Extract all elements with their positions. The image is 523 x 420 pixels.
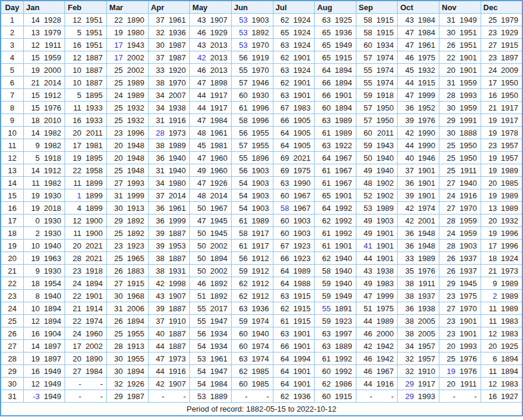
record-year: 1903: [374, 214, 398, 227]
record-value-link[interactable]: 53: [231, 39, 248, 51]
record-value-link[interactable]: 19: [439, 365, 457, 378]
record-value: 64: [315, 152, 332, 164]
record-value: 64: [273, 365, 290, 378]
record-value: 34: [148, 89, 165, 102]
record-year: 1903: [249, 164, 273, 177]
record-year: 1910: [415, 365, 439, 378]
record-value: 25: [439, 139, 457, 152]
record-year: 1901: [457, 51, 481, 64]
record-value: 60: [315, 365, 332, 378]
record-value-link[interactable]: 55: [315, 302, 332, 315]
record-year: 1950: [457, 139, 481, 152]
record-value: 64: [315, 202, 332, 214]
record-year: 1926: [124, 378, 148, 390]
record-value: 39: [148, 240, 165, 252]
record-value: 55: [356, 64, 373, 76]
record-value: 56: [190, 327, 207, 340]
record-year: 1945: [207, 227, 231, 240]
record-value-link[interactable]: 2: [481, 290, 498, 302]
record-value: -: [65, 378, 82, 390]
record-year: 1983: [498, 378, 522, 390]
record-year: 1892: [249, 26, 273, 39]
record-value: 26: [439, 252, 457, 265]
record-value-link[interactable]: 29: [398, 390, 415, 403]
record-year: 2013: [207, 64, 231, 76]
record-value-link[interactable]: 53: [231, 14, 248, 26]
record-year: 1951: [457, 39, 481, 51]
record-value: 11: [481, 365, 498, 378]
record-value: 30: [107, 290, 124, 302]
record-year: 1923: [290, 240, 314, 252]
record-year: 1930: [41, 265, 65, 277]
record-value: 48: [190, 189, 207, 202]
record-year: 1943: [124, 39, 148, 51]
record-year: 1901: [415, 177, 439, 189]
record-value: 38: [148, 252, 165, 265]
record-year: 1925: [332, 14, 356, 26]
record-value: 46: [356, 352, 373, 365]
record-value: 55: [231, 64, 248, 76]
record-value: 64: [273, 265, 290, 277]
record-value-link[interactable]: 28: [148, 127, 165, 139]
record-year: 1985: [249, 378, 273, 390]
record-year: 1918: [82, 265, 106, 277]
record-value-link[interactable]: 1: [65, 189, 82, 202]
record-year: 1947: [207, 365, 231, 378]
record-year: 1938: [415, 302, 439, 315]
record-year: 1940: [332, 265, 356, 277]
record-value: 44: [356, 315, 373, 327]
record-value: 22: [107, 14, 124, 26]
record-year: 1989: [124, 76, 148, 89]
record-year: 1942: [374, 340, 398, 352]
record-year: 1938: [165, 102, 189, 114]
record-year: 1888: [457, 127, 481, 139]
record-value: 66: [315, 89, 332, 102]
record-value: 42: [356, 340, 373, 352]
record-year: 1913: [124, 340, 148, 352]
record-value: 19: [23, 352, 41, 365]
record-value: 65: [273, 26, 290, 39]
record-value: 62: [231, 277, 248, 290]
record-year: 1912: [249, 265, 273, 277]
record-value: 27: [439, 202, 457, 214]
table-row: 31-31949--291987--531889--621936601915--…: [1, 390, 522, 403]
record-year: 1924: [290, 64, 314, 76]
record-year: 1917: [498, 102, 522, 114]
record-year: 1967: [290, 202, 314, 214]
record-year: 1900: [82, 214, 106, 227]
record-value: 28: [439, 214, 457, 227]
record-value: 21: [481, 102, 498, 114]
table-row: 2916194927198430189444191654194762198564…: [1, 365, 522, 378]
record-value: 30: [439, 127, 457, 139]
day-cell: 13: [1, 164, 23, 177]
record-value-link[interactable]: 58: [273, 202, 290, 214]
record-value: 65: [315, 51, 332, 64]
record-value-link[interactable]: 17: [107, 39, 124, 51]
record-value-link[interactable]: 29: [398, 378, 415, 390]
record-value-link[interactable]: -3: [23, 390, 41, 403]
record-value-link[interactable]: 41: [356, 240, 373, 252]
record-value: 44: [356, 252, 373, 265]
record-value: 63: [315, 340, 332, 352]
record-year: 1902: [374, 177, 398, 189]
record-value: 23: [107, 240, 124, 252]
record-value-link[interactable]: 17: [107, 51, 124, 64]
record-year: 1955: [124, 327, 148, 340]
record-value: 60: [231, 89, 248, 102]
record-value: 60: [273, 227, 290, 240]
record-year: 1979: [41, 26, 65, 39]
record-year: 1949: [457, 14, 481, 26]
record-value: 27: [439, 302, 457, 315]
record-year: 1983: [498, 315, 522, 327]
record-value: 22: [439, 51, 457, 64]
record-year: 2005: [415, 315, 439, 327]
table-row: 8151976111933251932341938441917611996671…: [1, 102, 522, 114]
record-year: 1887: [165, 340, 189, 352]
record-value: 36: [398, 227, 415, 240]
table-row: 2019196328202125196538188750189456191266…: [1, 252, 522, 265]
day-cell: 31: [1, 390, 23, 403]
record-value-link[interactable]: 42: [190, 51, 207, 64]
column-header-sep: Sep: [356, 1, 398, 14]
record-year: 1989: [332, 127, 356, 139]
record-value-link[interactable]: 53: [231, 26, 248, 39]
